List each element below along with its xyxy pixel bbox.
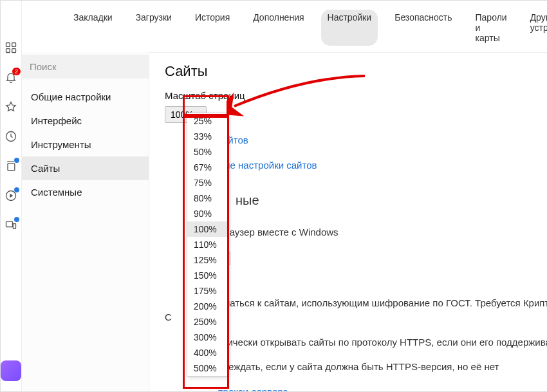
top-tabs: Закладки Загрузки История Дополнения Нас… [22,1,547,52]
zoom-option[interactable]: 200% [187,299,227,314]
svg-rect-0 [6,43,10,47]
devices-icon[interactable] [4,218,18,232]
zoom-label: Масштаб страниц [165,90,547,101]
zoom-option[interactable]: 25% [187,113,227,129]
svg-rect-8 [13,224,15,229]
alice-icon[interactable] [1,360,21,381]
svg-rect-1 [12,43,16,47]
zoom-option[interactable]: 90% [187,206,227,221]
zoom-option[interactable]: 125% [187,252,227,268]
zoom-option-selected[interactable]: 100% [187,221,227,237]
svg-rect-2 [6,49,10,53]
tab-downloads[interactable]: Загрузки [129,10,178,46]
section-heading: ные [236,193,259,207]
tab-history[interactable]: История [189,10,236,46]
zoom-dropdown[interactable]: 25% 33% 50% 67% 75% 80% 90% 100% 110% 12… [187,113,228,377]
tab-security[interactable]: Безопасность [388,10,458,46]
nav-tools[interactable]: Инструменты [22,133,149,156]
page-title: Сайты [165,63,547,80]
nav-system[interactable]: Системные [22,180,149,204]
dot-indicator [14,217,19,222]
bell-icon[interactable]: 2 [4,70,18,84]
svg-rect-3 [12,49,16,53]
clock-icon[interactable] [4,129,18,144]
search-input[interactable]: Поиск [22,55,149,79]
tab-settings[interactable]: Настройки [321,10,378,46]
zoom-option[interactable]: 300% [187,330,227,345]
zoom-option[interactable]: 175% [187,283,227,299]
zoom-option[interactable]: 33% [187,129,227,144]
bell-badge: 2 [12,68,21,75]
zoom-option[interactable]: 110% [187,237,227,252]
zoom-option[interactable]: 75% [187,175,227,191]
svg-rect-5 [8,163,15,171]
zoom-option[interactable]: 400% [187,345,227,360]
nav-interface[interactable]: Интерфейс [22,109,149,133]
https-auto-text: атически открывать сайты по протоколу HT… [218,337,548,348]
dot-indicator [14,187,19,192]
tab-bookmarks[interactable]: Закладки [67,10,119,46]
dot-indicator [14,158,19,163]
zoom-option[interactable]: 500% [187,360,227,376]
svg-rect-7 [6,221,13,227]
nav-sites[interactable]: Сайты [22,156,149,180]
tab-passwords[interactable]: Пароли и карты [469,10,514,46]
tab-addons[interactable]: Дополнения [246,10,310,46]
nav-general[interactable]: Общие настройки [22,85,149,109]
zoom-option[interactable]: 250% [187,314,227,330]
collections-icon[interactable] [4,159,18,173]
tab-devices[interactable]: Другие устройства [524,10,547,46]
zoom-option[interactable]: 80% [187,191,227,206]
play-icon[interactable] [4,189,18,203]
settings-nav: Общие настройки Интерфейс Инструменты Са… [22,85,149,204]
widgets-icon[interactable] [4,41,18,55]
browser-windows-text: Браузер вместе с Windows [218,227,338,238]
https-warn-text: преждать, если у сайта должна быть HTTPS… [218,361,499,372]
iconbar: 2 [1,1,22,391]
zoom-option[interactable]: 150% [187,268,227,283]
star-icon[interactable] [4,100,18,114]
zoom-option[interactable]: 50% [187,144,227,160]
link-site-settings[interactable]: ные настройки сайтов [218,160,317,171]
zoom-option[interactable]: 67% [187,160,227,175]
link-proxy[interactable]: прокси-сервера [218,386,288,392]
